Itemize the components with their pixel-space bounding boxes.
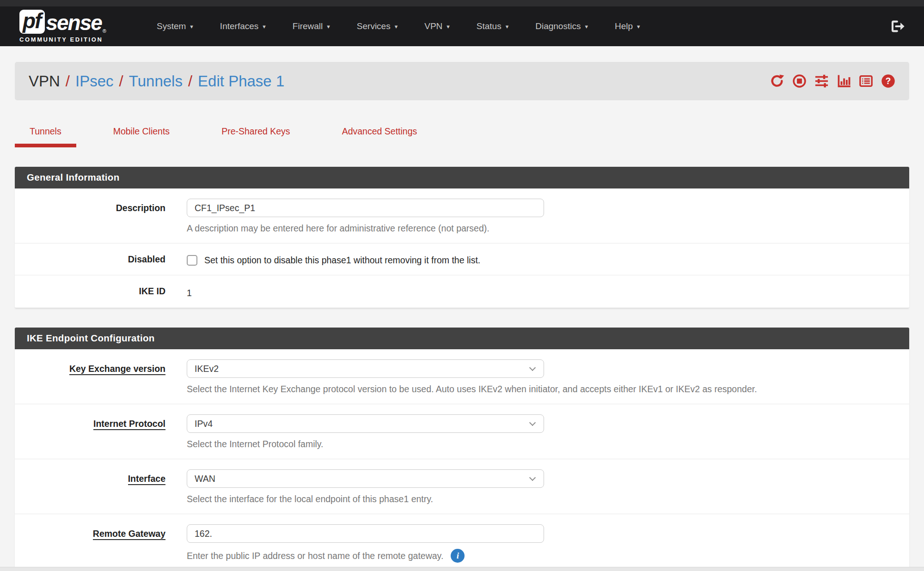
nav-item-vpn[interactable]: VPN▾ xyxy=(424,21,450,31)
pfsense-logo-pf: pf xyxy=(19,10,45,34)
general-information-panel: General Information Description A descri… xyxy=(15,167,909,308)
nav-item-diagnostics[interactable]: Diagnostics▾ xyxy=(535,21,588,31)
breadcrumb-bar: VPN / IPsec / Tunnels / Edit Phase 1 xyxy=(15,62,909,100)
breadcrumb: VPN / IPsec / Tunnels / Edit Phase 1 xyxy=(29,73,284,90)
description-label: Description xyxy=(15,199,165,234)
registered-mark: ® xyxy=(103,28,106,34)
chevron-down-icon: ▾ xyxy=(585,23,588,30)
chevron-down-icon: ▾ xyxy=(637,23,640,30)
key-exchange-label: Key Exchange version xyxy=(15,359,165,395)
key-exchange-select[interactable]: IKEv2 xyxy=(187,359,544,378)
internet-protocol-row: Internet Protocol IPv4 Select the Intern… xyxy=(15,404,909,459)
disabled-checkbox-text: Set this option to disable this phase1 w… xyxy=(204,255,480,266)
description-input[interactable] xyxy=(187,199,544,217)
disabled-label: Disabled xyxy=(15,254,165,266)
tab-advanced-settings[interactable]: Advanced Settings xyxy=(327,126,432,147)
help-icon[interactable]: ? xyxy=(881,74,895,88)
pfsense-logo-sense: sense xyxy=(46,12,101,34)
tab-mobile-clients[interactable]: Mobile Clients xyxy=(98,126,184,147)
breadcrumb-link-tunnels[interactable]: Tunnels xyxy=(129,73,183,90)
navbar-menu: System▾ Interfaces▾ Firewall▾ Services▾ … xyxy=(143,21,654,31)
community-edition-label: COMMUNITY EDITION xyxy=(19,36,106,43)
chevron-down-icon: ▾ xyxy=(506,23,509,30)
interface-help: Select the interface for the local endpo… xyxy=(187,494,909,504)
window-top-strip xyxy=(0,0,924,6)
page-bottom-strip xyxy=(0,567,924,571)
nav-item-help[interactable]: Help▾ xyxy=(615,21,640,31)
remote-gateway-label: Remote Gateway xyxy=(15,524,165,563)
info-icon[interactable]: i xyxy=(451,549,465,563)
pfsense-logo-wordmark: pfsense® xyxy=(19,10,106,34)
key-exchange-row: Key Exchange version IKEv2 Select the In… xyxy=(15,349,909,404)
chevron-down-icon: ▾ xyxy=(190,23,193,30)
nav-item-system[interactable]: System▾ xyxy=(157,21,193,31)
interface-row: Interface WAN Select the interface for t… xyxy=(15,459,909,514)
internet-protocol-select[interactable]: IPv4 xyxy=(187,414,544,433)
ike-id-label: IKE ID xyxy=(15,286,165,298)
svg-text:?: ? xyxy=(886,76,891,86)
remote-gateway-row: Remote Gateway Enter the public IP addre… xyxy=(15,514,909,571)
internet-protocol-label: Internet Protocol xyxy=(15,414,165,450)
ike-endpoint-panel: IKE Endpoint Configuration Key Exchange … xyxy=(15,328,909,571)
tab-tunnels[interactable]: Tunnels xyxy=(15,126,76,147)
key-exchange-help: Select the Internet Key Exchange protoco… xyxy=(187,384,909,395)
chevron-down-icon: ▾ xyxy=(395,23,398,30)
description-help: A description may be entered here for ad… xyxy=(187,223,909,234)
interface-label: Interface xyxy=(15,469,165,504)
disabled-row: Disabled Set this option to disable this… xyxy=(15,243,909,275)
breadcrumb-link-edit-phase1[interactable]: Edit Phase 1 xyxy=(198,73,284,90)
chevron-down-icon: ▾ xyxy=(447,23,450,30)
internet-protocol-help: Select the Internet Protocol family. xyxy=(187,439,909,450)
nav-item-interfaces[interactable]: Interfaces▾ xyxy=(220,21,266,31)
ike-id-value: 1 xyxy=(187,286,909,298)
nav-item-services[interactable]: Services▾ xyxy=(357,21,398,31)
chevron-down-icon: ▾ xyxy=(327,23,330,30)
chevron-down-icon: ▾ xyxy=(263,23,266,30)
nav-item-status[interactable]: Status▾ xyxy=(477,21,508,31)
log-icon[interactable] xyxy=(859,74,873,88)
chart-icon[interactable] xyxy=(837,74,851,88)
main-navbar: pfsense® COMMUNITY EDITION System▾ Inter… xyxy=(0,6,924,46)
sign-out-icon[interactable] xyxy=(890,19,906,33)
stop-icon[interactable] xyxy=(792,74,807,88)
ike-endpoint-header: IKE Endpoint Configuration xyxy=(15,328,909,349)
interface-select[interactable]: WAN xyxy=(187,469,544,488)
sliders-icon[interactable] xyxy=(814,74,829,88)
page-tabs: Tunnels Mobile Clients Pre-Shared Keys A… xyxy=(15,126,909,147)
page-action-icons: ? xyxy=(770,74,895,88)
tab-pre-shared-keys[interactable]: Pre-Shared Keys xyxy=(207,126,305,147)
refresh-icon[interactable] xyxy=(770,74,784,88)
nav-item-firewall[interactable]: Firewall▾ xyxy=(293,21,330,31)
ike-id-row: IKE ID 1 xyxy=(15,275,909,308)
breadcrumb-root: VPN xyxy=(29,73,60,90)
general-information-header: General Information xyxy=(15,167,909,188)
description-row: Description A description may be entered… xyxy=(15,188,909,243)
pfsense-logo[interactable]: pfsense® COMMUNITY EDITION xyxy=(19,10,106,43)
disabled-checkbox[interactable] xyxy=(187,255,197,266)
breadcrumb-link-ipsec[interactable]: IPsec xyxy=(75,73,114,90)
remote-gateway-input[interactable] xyxy=(187,524,544,543)
remote-gateway-help: Enter the public IP address or host name… xyxy=(187,549,909,563)
